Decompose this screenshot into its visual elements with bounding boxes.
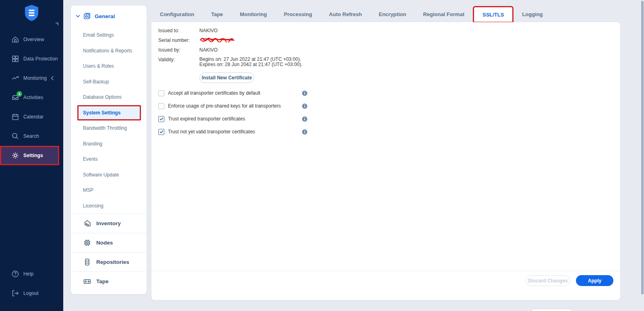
- menu-item-database-options[interactable]: Database Options: [71, 89, 147, 105]
- help-circle-icon: [11, 270, 19, 278]
- sidebar-item-overview[interactable]: Overview: [0, 30, 63, 49]
- sidebar-item-calendar[interactable]: Calendar: [0, 107, 63, 126]
- tab-logging[interactable]: Logging: [514, 6, 551, 22]
- option-label: Accept all transporter certificates by d…: [168, 90, 260, 96]
- tab-label: Auto Refresh: [329, 11, 362, 17]
- sidebar-item-help[interactable]: Help: [0, 264, 63, 284]
- tab-monitoring[interactable]: Monitoring: [232, 6, 275, 22]
- info-icon[interactable]: [302, 91, 307, 96]
- sidebar-item-label: Settings: [23, 153, 43, 158]
- sidebar-item-search[interactable]: Search: [0, 126, 63, 146]
- cert-validity-value: Begins on: 27 Jun 2022 at 21:47 (UTC +03…: [199, 57, 302, 67]
- cert-issued-by-label: Issued by:: [158, 47, 199, 53]
- menu-item-label: Email Settings: [83, 32, 114, 38]
- tab-label: Processing: [284, 11, 312, 17]
- database-icon: [83, 258, 91, 266]
- menu-item-users-roles[interactable]: Users & Roles: [71, 58, 147, 74]
- sidebar-item-label: Monitoring: [23, 75, 47, 81]
- menu-item-system-settings[interactable]: System Settings: [77, 105, 141, 121]
- inbox-icon: 1: [11, 93, 19, 102]
- menu-item-branding[interactable]: Branding: [71, 136, 147, 152]
- menu-item-label: Branding: [83, 141, 102, 147]
- option-label: Trust expired transporter certificates: [168, 116, 245, 122]
- option-accept-all-certificates: Accept all transporter certificates by d…: [158, 87, 460, 100]
- menu-item-msp[interactable]: MSP: [71, 182, 147, 198]
- tab-label: Tape: [211, 11, 223, 17]
- sidebar-item-label: Activities: [23, 95, 43, 100]
- accept-all-certificates-checkbox[interactable]: [158, 90, 164, 96]
- vertical-scrollbar[interactable]: [641, 1, 644, 294]
- sidebar-item-monitoring[interactable]: Monitoring: [0, 68, 63, 88]
- menu-section-nodes[interactable]: Nodes: [71, 233, 147, 252]
- trust-not-yet-valid-certificates-checkbox[interactable]: [158, 129, 164, 135]
- general-sub-list: Email Settings Notifications & Reports U…: [71, 27, 147, 214]
- menu-section-inventory[interactable]: Inventory: [71, 214, 147, 233]
- settings-menu-panel: General Email Settings Notifications & R…: [71, 6, 147, 294]
- menu-section-repositories[interactable]: Repositories: [71, 252, 147, 272]
- sidebar-item-label: Logout: [23, 290, 39, 296]
- menu-section-tape[interactable]: Tape: [71, 272, 147, 291]
- cert-serial-label: Serial number:: [158, 37, 199, 43]
- info-icon[interactable]: [302, 104, 307, 109]
- pulse-chart-icon: [11, 74, 19, 82]
- tab-auto-refresh[interactable]: Auto Refresh: [321, 6, 371, 22]
- sidebar-item-data-protection[interactable]: Data Protection: [0, 49, 63, 68]
- cert-issued-by-row: Issued by: NAKIVO: [158, 47, 217, 53]
- menu-section-label: Inventory: [96, 220, 121, 226]
- menu-section-general[interactable]: General: [71, 9, 147, 23]
- tab-label: SSL/TLS: [482, 12, 504, 18]
- option-label: Enforce usage of pre-shared keys for all…: [168, 103, 281, 109]
- bottom-partial-element: [532, 309, 572, 311]
- info-icon[interactable]: [302, 116, 307, 122]
- home-icon: [11, 35, 19, 44]
- tab-label: Regional Format: [423, 11, 464, 17]
- tab-regional-format[interactable]: Regional Format: [414, 6, 473, 22]
- menu-item-label: Users & Roles: [83, 63, 114, 69]
- option-trust-expired-certificates: Trust expired transporter certificates: [158, 112, 460, 125]
- install-new-certificate-button[interactable]: Install New Certificate: [199, 73, 254, 83]
- menu-item-label: Self-Backup: [83, 79, 109, 85]
- tab-configuration[interactable]: Configuration: [151, 6, 203, 22]
- chevron-left-icon[interactable]: [51, 76, 54, 81]
- search-icon: [11, 132, 19, 140]
- sidebar-item-label: Overview: [23, 37, 44, 42]
- discard-changes-button[interactable]: Discard Changes: [526, 275, 570, 286]
- cert-issued-to-label: Issued to:: [158, 28, 199, 33]
- enforce-pre-shared-keys-checkbox[interactable]: [158, 103, 164, 109]
- tab-processing[interactable]: Processing: [275, 6, 321, 22]
- cert-serial-row: Serial number:: [158, 37, 237, 43]
- sidebar-item-logout[interactable]: Logout: [0, 284, 63, 303]
- option-trust-not-yet-valid-certificates: Trust not yet valid transporter certific…: [158, 125, 460, 138]
- chevron-down-icon: [76, 15, 80, 18]
- menu-item-label: Database Options: [83, 94, 122, 100]
- cert-validity-label: Validity:: [158, 57, 199, 67]
- sidebar-item-settings[interactable]: Settings: [0, 146, 59, 165]
- trust-expired-certificates-checkbox[interactable]: [158, 116, 164, 122]
- sidebar-item-label: Help: [23, 271, 33, 277]
- tab-ssl-tls[interactable]: SSL/TLS: [473, 6, 514, 23]
- menu-item-notifications-reports[interactable]: Notifications & Reports: [71, 43, 147, 59]
- menu-item-label: MSP: [83, 187, 93, 193]
- sidebar-item-activities[interactable]: 1 Activities: [0, 88, 63, 107]
- menu-item-software-update[interactable]: Software Update: [71, 167, 147, 183]
- gear-icon: [11, 151, 19, 160]
- logout-icon: [11, 289, 19, 297]
- menu-item-licensing[interactable]: Licensing: [71, 198, 147, 214]
- option-label: Trust not yet valid transporter certific…: [168, 129, 255, 135]
- tab-tape[interactable]: Tape: [203, 6, 231, 22]
- apply-button[interactable]: Apply: [576, 275, 613, 286]
- menu-item-label: Notifications & Reports: [83, 48, 132, 54]
- window-gear-icon: [83, 12, 91, 20]
- menu-item-email-settings[interactable]: Email Settings: [71, 27, 147, 43]
- grid-icon: [11, 55, 19, 63]
- sidebar-item-label: Calendar: [23, 114, 43, 120]
- menu-item-events[interactable]: Events: [71, 151, 147, 167]
- menu-item-self-backup[interactable]: Self-Backup: [71, 74, 147, 90]
- info-icon[interactable]: [302, 129, 307, 135]
- option-enforce-pre-shared-keys: Enforce usage of pre-shared keys for all…: [158, 100, 460, 112]
- menu-item-bandwidth-throttling[interactable]: Bandwidth Throttling: [71, 120, 147, 136]
- cert-serial-redacted-scribble: [199, 37, 237, 43]
- collapse-corner-icon[interactable]: [56, 23, 58, 25]
- tab-encryption[interactable]: Encryption: [370, 6, 414, 22]
- footer-buttons: Discard Changes Apply: [526, 275, 613, 286]
